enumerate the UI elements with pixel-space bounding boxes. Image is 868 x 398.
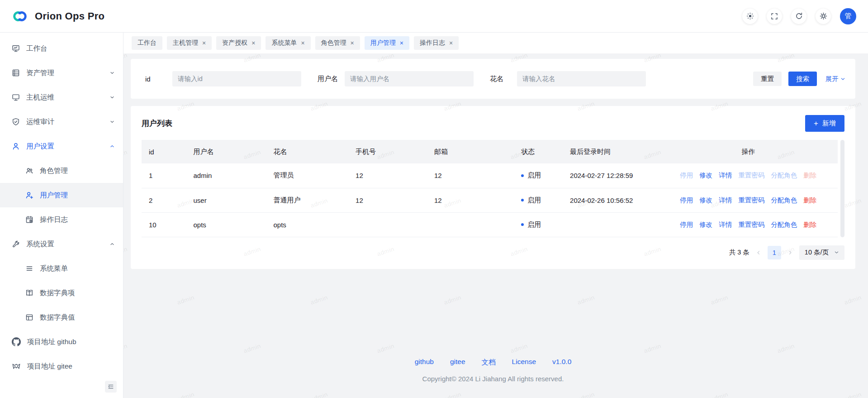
sidebar-item-workbench[interactable]: 工作台 <box>0 36 123 61</box>
reset-password-action[interactable]: 重置密码 <box>738 221 764 229</box>
footer-link-github[interactable]: github <box>415 358 434 367</box>
tab-workbench[interactable]: 工作台 <box>132 36 162 50</box>
tab-operation-log[interactable]: 操作日志 × <box>414 36 459 50</box>
audit-shield-icon <box>12 118 20 126</box>
disable-action[interactable]: 停用 <box>680 196 693 205</box>
tab-close-icon[interactable]: × <box>251 40 255 46</box>
status-dot-icon <box>521 174 524 177</box>
fullscreen-icon[interactable] <box>767 9 782 24</box>
expand-label: 展开 <box>825 75 839 83</box>
sidebar-item-user-management[interactable]: 用户管理 <box>0 183 123 207</box>
username-input[interactable] <box>345 71 474 86</box>
user-add-icon <box>25 191 33 199</box>
chevron-up-icon <box>109 144 115 149</box>
footer-link-docs[interactable]: 文档 <box>482 358 496 367</box>
footer-link-version[interactable]: v1.0.0 <box>552 358 571 367</box>
settings-icon[interactable] <box>816 9 831 24</box>
tab-close-icon[interactable]: × <box>301 40 304 46</box>
footer-link-gitee[interactable]: gitee <box>450 358 465 367</box>
tab-asset-authorization[interactable]: 资产授权 × <box>216 36 261 50</box>
operation-log-icon <box>25 216 33 224</box>
tab-close-icon[interactable]: × <box>351 40 354 46</box>
reset-button[interactable]: 重置 <box>753 72 782 86</box>
column-header-actions: 操作 <box>659 140 838 163</box>
brand[interactable]: Orion Ops Pro <box>11 7 104 25</box>
page-content: id 用户名 花名 重置 搜索 展开 <box>123 53 868 398</box>
delete-action[interactable]: 删除 <box>803 171 816 180</box>
cell-last-login: 2024-02-27 12:28:59 <box>563 163 659 188</box>
tab-user-management[interactable]: 用户管理 × <box>365 36 409 50</box>
detail-action[interactable]: 详情 <box>719 221 732 229</box>
sidebar-item-system-menu[interactable]: 系统菜单 <box>0 256 123 281</box>
page-number[interactable]: 1 <box>768 246 781 259</box>
cell-id: 2 <box>142 188 186 212</box>
detail-action[interactable]: 详情 <box>719 171 732 180</box>
chevron-down-icon <box>109 70 115 76</box>
sidebar-item-gitee[interactable]: 项目地址 gitee <box>0 354 123 379</box>
tab-close-icon[interactable]: × <box>202 40 206 46</box>
app-title: Orion Ops Pro <box>35 10 104 22</box>
cell-mobile <box>348 212 427 237</box>
tab-system-menu[interactable]: 系统菜单 × <box>266 36 310 50</box>
sidebar-item-label: 角色管理 <box>40 166 115 176</box>
theme-icon[interactable] <box>742 9 758 24</box>
sidebar-item-user-settings[interactable]: 用户设置 <box>0 134 123 158</box>
edit-action[interactable]: 修改 <box>699 221 712 229</box>
assign-role-action[interactable]: 分配角色 <box>771 171 797 180</box>
roles-icon <box>25 167 33 175</box>
assets-icon <box>12 69 20 77</box>
edit-action[interactable]: 修改 <box>699 196 712 205</box>
assign-role-action[interactable]: 分配角色 <box>771 196 797 205</box>
assign-role-action[interactable]: 分配角色 <box>771 221 797 229</box>
cell-actions: 停用 修改 详情 重置密码 分配角色 删除 <box>659 188 838 212</box>
avatar[interactable]: 管 <box>840 8 856 24</box>
sidebar-item-dict-values[interactable]: 数据字典值 <box>0 305 123 330</box>
cell-status: 启用 <box>514 188 563 212</box>
delete-action[interactable]: 删除 <box>803 221 816 229</box>
status-label: 启用 <box>527 171 541 180</box>
id-input[interactable] <box>172 71 301 86</box>
footer-link-license[interactable]: License <box>512 358 536 367</box>
tab-role-management[interactable]: 角色管理 × <box>315 36 360 50</box>
table-row: 1 admin 管理员 12 12 启用 2024-02-27 12:28:59 <box>142 163 838 188</box>
tab-close-icon[interactable]: × <box>400 40 403 46</box>
disable-action[interactable]: 停用 <box>680 171 693 180</box>
gitee-icon <box>12 362 21 371</box>
sidebar-item-assets[interactable]: 资产管理 <box>0 61 123 85</box>
status-dot-icon <box>521 199 524 201</box>
sidebar-item-dict-keys[interactable]: 数据字典项 <box>0 281 123 305</box>
detail-action[interactable]: 详情 <box>719 196 732 205</box>
prev-page-icon[interactable] <box>756 250 761 255</box>
search-button[interactable]: 搜索 <box>788 72 817 86</box>
tab-host-management[interactable]: 主机管理 × <box>167 36 212 50</box>
delete-action[interactable]: 删除 <box>803 196 816 205</box>
expand-toggle[interactable]: 展开 <box>825 75 845 83</box>
edit-action[interactable]: 修改 <box>699 171 712 180</box>
column-header-status: 状态 <box>514 140 563 163</box>
reset-password-action[interactable]: 重置密码 <box>738 196 764 205</box>
next-page-icon[interactable] <box>787 250 793 255</box>
search-card: id 用户名 花名 重置 搜索 展开 <box>131 59 855 99</box>
sidebar-item-system-settings[interactable]: 系统设置 <box>0 232 123 256</box>
column-header-mobile: 手机号 <box>348 140 427 163</box>
chevron-down-icon <box>109 119 115 125</box>
sidebar-item-operation-log[interactable]: 操作日志 <box>0 207 123 232</box>
nickname-input[interactable] <box>517 71 646 86</box>
header-actions: 管 <box>742 8 856 24</box>
sidebar-item-github[interactable]: 项目地址 github <box>0 330 123 354</box>
refresh-icon[interactable] <box>791 9 806 24</box>
app-logo-icon <box>11 7 29 25</box>
sidebar-item-ops-audit[interactable]: 运维审计 <box>0 110 123 134</box>
tab-close-icon[interactable]: × <box>449 40 453 46</box>
sidebar-collapse-button[interactable] <box>105 381 117 393</box>
sidebar-item-label: 工作台 <box>26 44 115 53</box>
page-size-select[interactable]: 10 条/页 <box>799 245 844 260</box>
sidebar-item-host-ops[interactable]: 主机运维 <box>0 85 123 110</box>
add-user-button[interactable]: + 新增 <box>805 115 844 132</box>
cell-email: 12 <box>427 188 514 212</box>
reset-password-action[interactable]: 重置密码 <box>738 171 764 180</box>
sidebar-item-role-management[interactable]: 角色管理 <box>0 158 123 183</box>
disable-action[interactable]: 停用 <box>680 221 693 229</box>
table-scrollbar[interactable] <box>840 140 844 237</box>
cell-nickname: 普通用户 <box>266 188 348 212</box>
